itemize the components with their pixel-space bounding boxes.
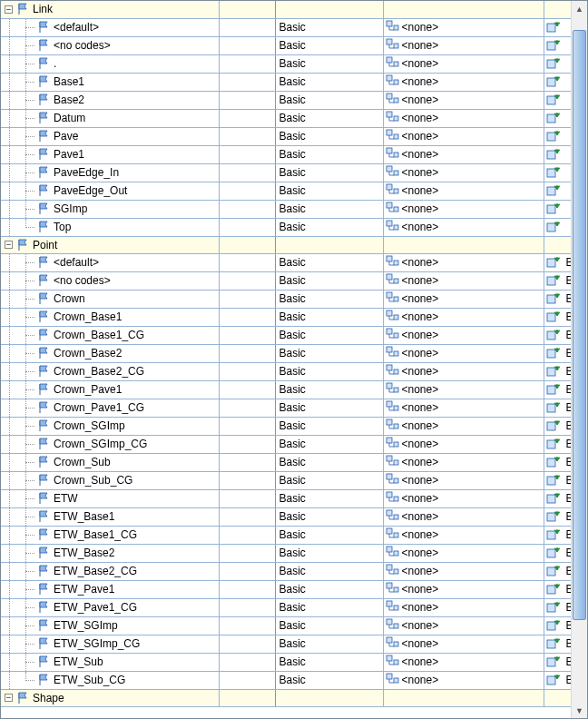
style-value[interactable]: Basic <box>276 112 383 124</box>
label-value[interactable]: <none> <box>400 148 439 161</box>
label-value[interactable]: <none> <box>400 347 439 360</box>
label-value[interactable]: <none> <box>400 256 439 269</box>
code-row[interactable]: Crown_Base1_CG Basic <none> B <box>1 326 571 344</box>
code-row[interactable]: Base1 Basic <none> <box>1 73 571 91</box>
style-value[interactable]: Basic <box>276 510 383 523</box>
style-value[interactable]: Basic <box>276 166 383 179</box>
label-value[interactable]: <none> <box>400 310 439 323</box>
code-row[interactable]: <default> Basic <none> <box>1 18 571 36</box>
style-value[interactable]: Basic <box>276 601 383 614</box>
code-row[interactable]: ETW_SGImp_CG Basic <none> B <box>1 635 571 653</box>
code-row[interactable]: Crown_Pave1 Basic <none> B <box>1 380 571 399</box>
style-value[interactable]: Basic <box>276 674 383 686</box>
category-row[interactable]: − Shape <box>1 689 571 706</box>
label-value[interactable]: <none> <box>400 365 439 378</box>
style-value[interactable]: Basic <box>276 456 383 468</box>
style-value[interactable]: Basic <box>276 528 383 541</box>
style-value[interactable]: Basic <box>276 39 383 52</box>
label-value[interactable]: <none> <box>400 456 439 468</box>
style-value[interactable]: Basic <box>276 583 383 596</box>
code-row[interactable]: Top Basic <none> <box>1 218 571 236</box>
label-value[interactable]: <none> <box>400 438 439 450</box>
code-row[interactable]: Base2 Basic <none> <box>1 91 571 109</box>
label-value[interactable]: <none> <box>400 75 439 88</box>
style-value[interactable]: Basic <box>276 329 383 341</box>
code-row[interactable]: ETW_Base1_CG Basic <none> B <box>1 526 571 544</box>
label-value[interactable]: <none> <box>400 655 439 668</box>
code-row[interactable]: ETW_Sub Basic <none> B <box>1 653 571 671</box>
label-value[interactable]: <none> <box>400 510 439 523</box>
code-row[interactable]: ETW_Sub_CG Basic <none> B <box>1 671 571 689</box>
code-row[interactable]: SGImp Basic <none> <box>1 200 571 218</box>
style-value[interactable]: Basic <box>276 202 383 215</box>
style-value[interactable]: Basic <box>276 438 383 450</box>
style-value[interactable]: Basic <box>276 130 383 143</box>
label-value[interactable]: <none> <box>400 57 439 70</box>
label-value[interactable]: <none> <box>400 94 439 106</box>
label-value[interactable]: <none> <box>400 383 439 396</box>
scroll-thumb[interactable] <box>573 30 586 620</box>
code-row[interactable]: ETW_SGImp Basic <none> B <box>1 616 571 635</box>
code-row[interactable]: Crown_Sub Basic <none> B <box>1 453 571 471</box>
label-value[interactable]: <none> <box>400 401 439 414</box>
code-row[interactable]: Pave1 Basic <none> <box>1 145 571 163</box>
code-row[interactable]: PaveEdge_Out Basic <none> <box>1 182 571 200</box>
label-value[interactable]: <none> <box>400 601 439 614</box>
expander-icon[interactable]: − <box>5 694 13 702</box>
label-value[interactable]: <none> <box>400 184 439 197</box>
style-value[interactable]: Basic <box>276 292 383 305</box>
style-value[interactable]: Basic <box>276 401 383 414</box>
code-row[interactable]: ETW_Pave1 Basic <none> B <box>1 580 571 598</box>
code-row[interactable]: Crown_Base2_CG Basic <none> B <box>1 362 571 380</box>
style-value[interactable]: Basic <box>276 347 383 360</box>
label-value[interactable]: <none> <box>400 565 439 577</box>
label-value[interactable]: <none> <box>400 221 439 233</box>
scroll-track[interactable] <box>573 16 586 703</box>
code-row[interactable]: Crown_Sub_CG Basic <none> B <box>1 471 571 489</box>
code-row[interactable]: Pave Basic <none> <box>1 127 571 145</box>
style-value[interactable]: Basic <box>276 256 383 269</box>
style-value[interactable]: Basic <box>276 221 383 233</box>
label-value[interactable]: <none> <box>400 674 439 686</box>
code-row[interactable]: ETW Basic <none> B <box>1 489 571 507</box>
label-value[interactable]: <none> <box>400 492 439 505</box>
label-value[interactable]: <none> <box>400 637 439 650</box>
code-row[interactable]: . Basic <none> <box>1 54 571 73</box>
code-row[interactable]: PaveEdge_In Basic <none> <box>1 163 571 182</box>
label-value[interactable]: <none> <box>400 419 439 432</box>
scroll-up-button[interactable]: ▲ <box>573 1 586 16</box>
style-value[interactable]: Basic <box>276 547 383 559</box>
style-value[interactable]: Basic <box>276 57 383 70</box>
label-value[interactable]: <none> <box>400 21 439 34</box>
style-value[interactable]: Basic <box>276 148 383 161</box>
code-row[interactable]: ETW_Base1 Basic <none> B <box>1 507 571 526</box>
code-row[interactable]: <no codes> Basic <none> <box>1 36 571 54</box>
scroll-down-button[interactable]: ▼ <box>573 703 586 718</box>
label-value[interactable]: <none> <box>400 528 439 541</box>
code-row[interactable]: ETW_Base2 Basic <none> B <box>1 544 571 562</box>
label-value[interactable]: <none> <box>400 583 439 596</box>
label-value[interactable]: <none> <box>400 166 439 179</box>
style-value[interactable]: Basic <box>276 75 383 88</box>
code-row[interactable]: Crown Basic <none> B <box>1 290 571 308</box>
style-value[interactable]: Basic <box>276 274 383 287</box>
style-value[interactable]: Basic <box>276 619 383 632</box>
label-value[interactable]: <none> <box>400 274 439 287</box>
style-value[interactable]: Basic <box>276 94 383 106</box>
label-value[interactable]: <none> <box>400 202 439 215</box>
code-row[interactable]: Crown_Pave1_CG Basic <none> B <box>1 399 571 417</box>
style-value[interactable]: Basic <box>276 383 383 396</box>
label-value[interactable]: <none> <box>400 112 439 124</box>
code-row[interactable]: Crown_Base1 Basic <none> B <box>1 308 571 326</box>
style-value[interactable]: Basic <box>276 184 383 197</box>
label-value[interactable]: <none> <box>400 292 439 305</box>
code-row[interactable]: Datum Basic <none> <box>1 109 571 127</box>
label-value[interactable]: <none> <box>400 39 439 52</box>
code-row[interactable]: Crown_Base2 Basic <none> B <box>1 344 571 362</box>
code-row[interactable]: <default> Basic <none> B <box>1 253 571 271</box>
code-row[interactable]: Crown_SGImp Basic <none> B <box>1 417 571 435</box>
style-value[interactable]: Basic <box>276 419 383 432</box>
style-value[interactable]: Basic <box>276 365 383 378</box>
style-value[interactable]: Basic <box>276 565 383 577</box>
category-row[interactable]: − Link <box>1 1 571 18</box>
